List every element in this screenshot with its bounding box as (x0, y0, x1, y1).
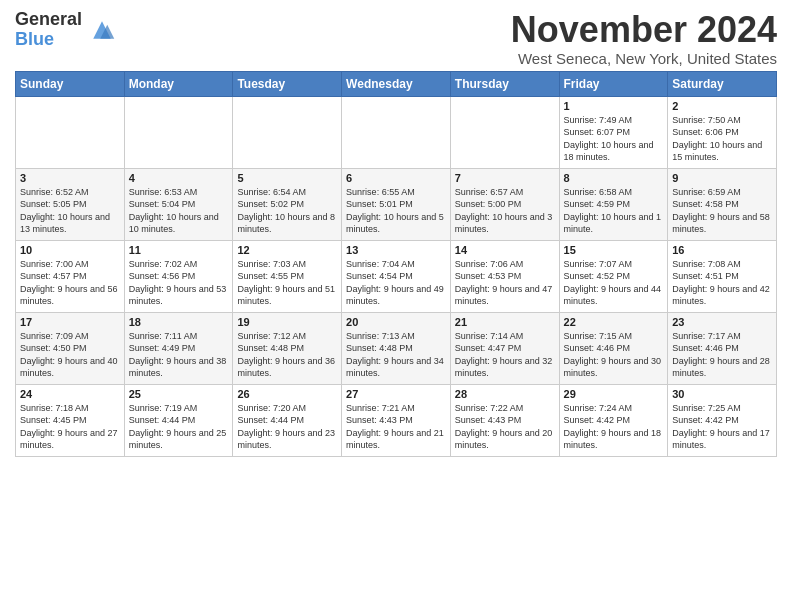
logo-blue: Blue (15, 30, 82, 50)
day-info: Sunrise: 6:54 AM Sunset: 5:02 PM Dayligh… (237, 186, 337, 236)
day-info: Sunrise: 7:08 AM Sunset: 4:51 PM Dayligh… (672, 258, 772, 308)
day-number: 3 (20, 172, 120, 184)
day-number: 11 (129, 244, 229, 256)
day-info: Sunrise: 7:03 AM Sunset: 4:55 PM Dayligh… (237, 258, 337, 308)
title-block: November 2024 West Seneca, New York, Uni… (511, 10, 777, 67)
logo-icon (88, 16, 116, 44)
day-number: 1 (564, 100, 664, 112)
day-info: Sunrise: 6:55 AM Sunset: 5:01 PM Dayligh… (346, 186, 446, 236)
page-container: General Blue November 2024 West Seneca, … (0, 0, 792, 467)
calendar-cell: 23Sunrise: 7:17 AM Sunset: 4:46 PM Dayli… (668, 312, 777, 384)
day-number: 12 (237, 244, 337, 256)
day-number: 10 (20, 244, 120, 256)
weekday-wednesday: Wednesday (342, 71, 451, 96)
day-number: 26 (237, 388, 337, 400)
calendar-cell: 4Sunrise: 6:53 AM Sunset: 5:04 PM Daylig… (124, 168, 233, 240)
month-title: November 2024 (511, 10, 777, 50)
calendar-cell: 30Sunrise: 7:25 AM Sunset: 4:42 PM Dayli… (668, 384, 777, 456)
weekday-monday: Monday (124, 71, 233, 96)
calendar-cell: 13Sunrise: 7:04 AM Sunset: 4:54 PM Dayli… (342, 240, 451, 312)
calendar-cell: 3Sunrise: 6:52 AM Sunset: 5:05 PM Daylig… (16, 168, 125, 240)
calendar-cell: 21Sunrise: 7:14 AM Sunset: 4:47 PM Dayli… (450, 312, 559, 384)
calendar-table: Sunday Monday Tuesday Wednesday Thursday… (15, 71, 777, 457)
day-info: Sunrise: 7:14 AM Sunset: 4:47 PM Dayligh… (455, 330, 555, 380)
calendar-week-4: 24Sunrise: 7:18 AM Sunset: 4:45 PM Dayli… (16, 384, 777, 456)
calendar-body: 1Sunrise: 7:49 AM Sunset: 6:07 PM Daylig… (16, 96, 777, 456)
calendar-cell: 1Sunrise: 7:49 AM Sunset: 6:07 PM Daylig… (559, 96, 668, 168)
day-info: Sunrise: 6:57 AM Sunset: 5:00 PM Dayligh… (455, 186, 555, 236)
day-number: 15 (564, 244, 664, 256)
day-number: 22 (564, 316, 664, 328)
day-number: 28 (455, 388, 555, 400)
logo: General Blue (15, 10, 116, 50)
calendar-cell: 24Sunrise: 7:18 AM Sunset: 4:45 PM Dayli… (16, 384, 125, 456)
calendar-cell: 6Sunrise: 6:55 AM Sunset: 5:01 PM Daylig… (342, 168, 451, 240)
day-number: 13 (346, 244, 446, 256)
calendar-cell: 20Sunrise: 7:13 AM Sunset: 4:48 PM Dayli… (342, 312, 451, 384)
day-number: 8 (564, 172, 664, 184)
day-number: 25 (129, 388, 229, 400)
day-number: 5 (237, 172, 337, 184)
calendar-header: Sunday Monday Tuesday Wednesday Thursday… (16, 71, 777, 96)
calendar-cell (450, 96, 559, 168)
day-number: 2 (672, 100, 772, 112)
day-number: 29 (564, 388, 664, 400)
day-info: Sunrise: 7:25 AM Sunset: 4:42 PM Dayligh… (672, 402, 772, 452)
calendar-cell: 16Sunrise: 7:08 AM Sunset: 4:51 PM Dayli… (668, 240, 777, 312)
day-number: 30 (672, 388, 772, 400)
calendar-cell: 8Sunrise: 6:58 AM Sunset: 4:59 PM Daylig… (559, 168, 668, 240)
calendar-cell (16, 96, 125, 168)
calendar-cell: 25Sunrise: 7:19 AM Sunset: 4:44 PM Dayli… (124, 384, 233, 456)
calendar-week-2: 10Sunrise: 7:00 AM Sunset: 4:57 PM Dayli… (16, 240, 777, 312)
calendar-cell: 22Sunrise: 7:15 AM Sunset: 4:46 PM Dayli… (559, 312, 668, 384)
day-info: Sunrise: 7:22 AM Sunset: 4:43 PM Dayligh… (455, 402, 555, 452)
day-info: Sunrise: 7:09 AM Sunset: 4:50 PM Dayligh… (20, 330, 120, 380)
day-info: Sunrise: 7:21 AM Sunset: 4:43 PM Dayligh… (346, 402, 446, 452)
day-info: Sunrise: 7:18 AM Sunset: 4:45 PM Dayligh… (20, 402, 120, 452)
day-number: 14 (455, 244, 555, 256)
day-info: Sunrise: 7:19 AM Sunset: 4:44 PM Dayligh… (129, 402, 229, 452)
logo-general: General (15, 10, 82, 30)
header: General Blue November 2024 West Seneca, … (15, 10, 777, 67)
day-number: 9 (672, 172, 772, 184)
calendar-cell: 17Sunrise: 7:09 AM Sunset: 4:50 PM Dayli… (16, 312, 125, 384)
day-number: 24 (20, 388, 120, 400)
weekday-friday: Friday (559, 71, 668, 96)
calendar-cell: 29Sunrise: 7:24 AM Sunset: 4:42 PM Dayli… (559, 384, 668, 456)
calendar-week-0: 1Sunrise: 7:49 AM Sunset: 6:07 PM Daylig… (16, 96, 777, 168)
calendar-cell: 5Sunrise: 6:54 AM Sunset: 5:02 PM Daylig… (233, 168, 342, 240)
calendar-week-1: 3Sunrise: 6:52 AM Sunset: 5:05 PM Daylig… (16, 168, 777, 240)
calendar-cell (233, 96, 342, 168)
calendar-cell: 26Sunrise: 7:20 AM Sunset: 4:44 PM Dayli… (233, 384, 342, 456)
calendar-cell: 7Sunrise: 6:57 AM Sunset: 5:00 PM Daylig… (450, 168, 559, 240)
day-info: Sunrise: 7:24 AM Sunset: 4:42 PM Dayligh… (564, 402, 664, 452)
day-number: 21 (455, 316, 555, 328)
calendar-cell: 2Sunrise: 7:50 AM Sunset: 6:06 PM Daylig… (668, 96, 777, 168)
day-number: 19 (237, 316, 337, 328)
day-number: 4 (129, 172, 229, 184)
day-info: Sunrise: 7:50 AM Sunset: 6:06 PM Dayligh… (672, 114, 772, 164)
day-number: 23 (672, 316, 772, 328)
day-info: Sunrise: 7:00 AM Sunset: 4:57 PM Dayligh… (20, 258, 120, 308)
calendar-cell: 10Sunrise: 7:00 AM Sunset: 4:57 PM Dayli… (16, 240, 125, 312)
day-info: Sunrise: 6:58 AM Sunset: 4:59 PM Dayligh… (564, 186, 664, 236)
day-info: Sunrise: 7:07 AM Sunset: 4:52 PM Dayligh… (564, 258, 664, 308)
weekday-thursday: Thursday (450, 71, 559, 96)
day-info: Sunrise: 7:13 AM Sunset: 4:48 PM Dayligh… (346, 330, 446, 380)
calendar-cell: 15Sunrise: 7:07 AM Sunset: 4:52 PM Dayli… (559, 240, 668, 312)
day-info: Sunrise: 6:59 AM Sunset: 4:58 PM Dayligh… (672, 186, 772, 236)
day-number: 6 (346, 172, 446, 184)
day-info: Sunrise: 7:12 AM Sunset: 4:48 PM Dayligh… (237, 330, 337, 380)
day-info: Sunrise: 7:17 AM Sunset: 4:46 PM Dayligh… (672, 330, 772, 380)
calendar-cell: 12Sunrise: 7:03 AM Sunset: 4:55 PM Dayli… (233, 240, 342, 312)
calendar-cell: 18Sunrise: 7:11 AM Sunset: 4:49 PM Dayli… (124, 312, 233, 384)
day-number: 16 (672, 244, 772, 256)
calendar-cell: 14Sunrise: 7:06 AM Sunset: 4:53 PM Dayli… (450, 240, 559, 312)
calendar-cell (124, 96, 233, 168)
calendar-cell: 28Sunrise: 7:22 AM Sunset: 4:43 PM Dayli… (450, 384, 559, 456)
day-number: 18 (129, 316, 229, 328)
weekday-row: Sunday Monday Tuesday Wednesday Thursday… (16, 71, 777, 96)
calendar-cell: 11Sunrise: 7:02 AM Sunset: 4:56 PM Dayli… (124, 240, 233, 312)
logo-text: General Blue (15, 10, 82, 50)
calendar-cell: 19Sunrise: 7:12 AM Sunset: 4:48 PM Dayli… (233, 312, 342, 384)
